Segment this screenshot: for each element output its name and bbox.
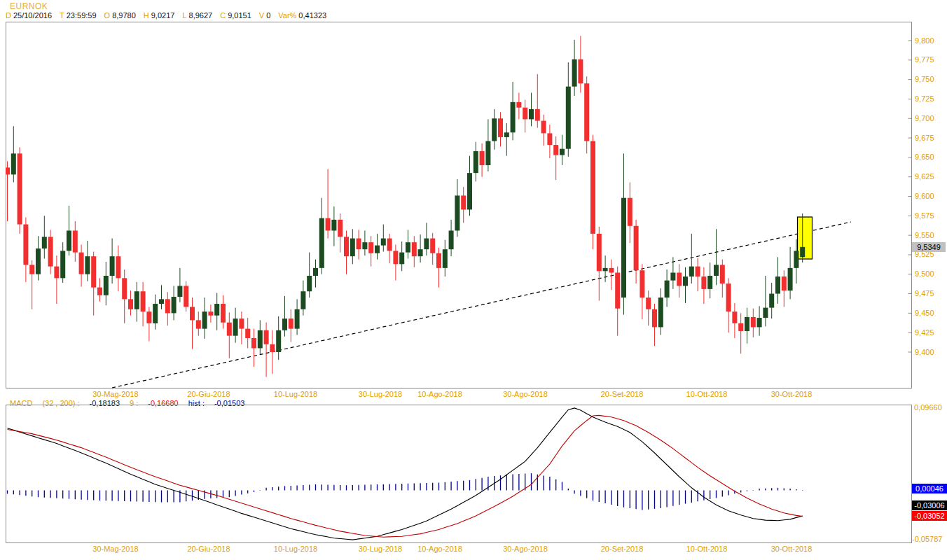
candle-body <box>769 294 774 308</box>
price-axis-label: 9,550 <box>915 231 934 239</box>
candle-body <box>67 230 71 251</box>
candle-body <box>73 230 78 252</box>
candle-body <box>578 59 583 83</box>
candle-body <box>258 330 263 349</box>
price-axis-label: 9,500 <box>915 270 934 278</box>
price-axis-label: 9,675 <box>915 134 934 142</box>
x-axis-label: 30-Ago-2018 <box>503 545 548 553</box>
candle-body <box>763 308 768 318</box>
ohlc-field: C9,0151 <box>220 11 251 20</box>
candle-body <box>399 253 404 265</box>
x-axis-label: 30-Mag-2018 <box>92 390 138 398</box>
x-axis-label: 10-Lug-2018 <box>274 545 317 553</box>
candle-body <box>375 246 380 253</box>
candle-body <box>110 256 115 276</box>
price-axis-label: 9,625 <box>915 172 934 181</box>
macd-axis-min-label: -0,05787 <box>912 535 942 543</box>
candle-body <box>251 338 256 348</box>
current-price-tag: 9,5349 <box>912 242 946 252</box>
candle-body <box>677 273 682 286</box>
x-axis-label: 10-Ott-2018 <box>686 545 728 553</box>
candle-body <box>449 230 454 249</box>
candle-body <box>300 291 305 309</box>
candle-body <box>529 109 534 119</box>
candle-body <box>221 304 226 323</box>
candle-body <box>430 239 435 253</box>
candle-body <box>670 273 675 281</box>
x-axis-label: 10-Lug-2018 <box>274 390 317 398</box>
candle-body <box>492 118 497 141</box>
x-axis-label: 30-Ago-2018 <box>503 390 548 398</box>
candle-body <box>282 318 287 330</box>
ohlc-field: Var%0,41323 <box>278 11 326 20</box>
candle-body <box>689 267 694 276</box>
candle-body <box>85 256 90 274</box>
candle-body <box>184 286 188 307</box>
candle-body <box>584 83 589 141</box>
price-axis-label: 9,750 <box>915 75 934 83</box>
candle-body <box>214 304 219 316</box>
candle-body <box>159 299 164 304</box>
candle-body <box>696 267 700 276</box>
candle-body <box>295 309 300 329</box>
candle-body <box>707 276 712 289</box>
candle-body <box>788 268 793 290</box>
candle-body <box>368 242 373 253</box>
candle-body <box>165 299 170 313</box>
candle-body <box>362 242 367 249</box>
candle-body <box>6 167 10 174</box>
candle-body <box>393 251 398 264</box>
macd-value-box: -0,03052 <box>912 511 947 521</box>
candle-body <box>615 273 620 309</box>
macd-plot-border <box>6 405 912 543</box>
candle-body <box>782 276 787 290</box>
ohlc-field: D25/10/2016 <box>6 11 52 20</box>
candle-body <box>467 173 472 209</box>
candle-body <box>418 249 423 256</box>
candle-body <box>326 218 331 231</box>
candle-body <box>474 151 478 173</box>
candle-body <box>60 251 65 278</box>
price-axis-label: 9,650 <box>915 153 934 161</box>
x-axis-label: 20-Giu-2018 <box>187 545 230 553</box>
price-axis-label: 9,475 <box>915 289 934 298</box>
candle-body <box>665 281 670 298</box>
candle-body <box>344 237 349 256</box>
candle-body <box>597 234 602 271</box>
price-axis-label: 9,775 <box>915 55 934 64</box>
candle-body <box>424 239 429 250</box>
price-chart-canvas[interactable] <box>6 20 912 388</box>
candle-body <box>751 317 756 327</box>
candle-body <box>603 268 608 271</box>
price-axis-label: 9,425 <box>915 328 934 337</box>
candle-body <box>572 59 577 87</box>
candle-body <box>350 239 355 257</box>
candle-body <box>406 242 410 252</box>
x-axis-label: 30-Lug-2018 <box>359 545 402 553</box>
candle-body <box>683 276 688 286</box>
candle-body <box>541 121 546 134</box>
candle-body <box>122 278 127 299</box>
x-axis-label: 30-Ott-2018 <box>771 545 813 553</box>
candle-body <box>732 312 737 323</box>
candle-body <box>134 291 139 309</box>
macd-value-box: 0,00046 <box>912 484 947 493</box>
candle-body <box>48 237 53 266</box>
candle-body <box>381 239 386 246</box>
ohlc-field: T23:59:59 <box>60 11 97 20</box>
candle-body <box>289 318 293 328</box>
candle-body <box>23 225 28 265</box>
candle-body <box>245 329 250 338</box>
candle-body <box>54 267 59 279</box>
candle-body <box>720 265 725 284</box>
candle-body <box>313 268 318 276</box>
candle-body <box>566 87 571 149</box>
x-axis-label: 30-Lug-2018 <box>359 390 402 398</box>
candle-body <box>79 253 84 274</box>
candle-body <box>609 268 614 273</box>
ohlc-field: L8,9627 <box>182 11 212 20</box>
macd-chart-canvas[interactable] <box>6 405 912 543</box>
candle-body <box>714 265 719 276</box>
ohlc-field: O8,9780 <box>104 11 136 20</box>
candle-body <box>239 318 244 328</box>
